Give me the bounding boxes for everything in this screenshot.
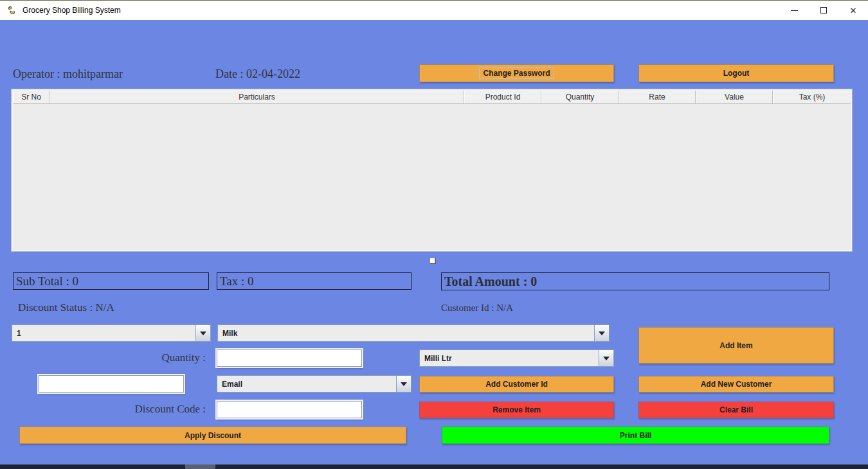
column-header-value[interactable]: Value bbox=[696, 91, 773, 103]
change-password-button[interactable]: Change Password bbox=[419, 64, 614, 82]
column-header-srno[interactable]: Sr No bbox=[13, 91, 50, 103]
sub-total-box: Sub Total : 0 bbox=[13, 272, 209, 290]
total-amount-box: Total Amount : 0 bbox=[441, 272, 829, 290]
product-id-combobox[interactable]: 1 bbox=[12, 324, 211, 342]
unit-combobox[interactable]: Milli Ltr bbox=[419, 350, 614, 367]
product-name-value: Milk bbox=[218, 325, 594, 341]
product-id-value: 1 bbox=[12, 325, 195, 341]
search-by-dropdown-button[interactable] bbox=[396, 376, 411, 392]
column-header-quantity[interactable]: Quantity bbox=[541, 91, 619, 103]
product-id-dropdown-button[interactable] bbox=[195, 325, 210, 341]
resize-handle[interactable] bbox=[429, 258, 435, 263]
add-new-customer-button[interactable]: Add New Customer bbox=[638, 376, 834, 393]
apply-discount-button[interactable]: Apply Discount bbox=[19, 427, 406, 444]
bill-table-header: Sr No Particulars Product Id Quantity Ra… bbox=[13, 91, 851, 104]
add-item-button[interactable]: Add Item bbox=[638, 327, 834, 364]
logout-label: Logout bbox=[723, 69, 750, 78]
clear-bill-label: Clear Bill bbox=[719, 405, 753, 414]
minimize-button[interactable] bbox=[779, 1, 809, 20]
date-label: Date : 02-04-2022 bbox=[215, 67, 300, 81]
minimize-icon bbox=[791, 10, 798, 11]
quantity-label: Quantity : bbox=[116, 351, 206, 364]
maximize-icon bbox=[820, 7, 827, 13]
quantity-input[interactable] bbox=[217, 350, 362, 367]
add-new-customer-label: Add New Customer bbox=[701, 380, 772, 389]
add-customer-id-label: Add Customer Id bbox=[485, 380, 548, 389]
remove-item-label: Remove Item bbox=[493, 405, 541, 414]
chevron-down-icon bbox=[401, 382, 407, 389]
customer-search-input[interactable] bbox=[39, 375, 184, 393]
chevron-down-icon bbox=[603, 357, 610, 364]
product-name-dropdown-button[interactable] bbox=[594, 325, 609, 341]
close-button[interactable]: ✕ bbox=[838, 1, 868, 20]
unit-value: Milli Ltr bbox=[420, 350, 599, 366]
window-title: Grocery Shop Billing System bbox=[23, 6, 121, 15]
change-password-label: Change Password bbox=[479, 67, 554, 79]
print-bill-label: Print Bill bbox=[620, 431, 651, 440]
discount-status-label: Discount Status : N/A bbox=[18, 301, 114, 314]
discount-code-label: Discount Code : bbox=[90, 403, 206, 416]
search-by-value: Email bbox=[217, 376, 396, 392]
bill-table-body bbox=[13, 104, 851, 252]
taskbar-active-app-segment[interactable] bbox=[185, 465, 215, 469]
title-bar: Grocery Shop Billing System ✕ bbox=[0, 1, 868, 20]
add-customer-id-button[interactable]: Add Customer Id bbox=[419, 376, 614, 393]
chevron-down-icon bbox=[599, 332, 605, 339]
chevron-down-icon bbox=[200, 332, 206, 339]
product-name-combobox[interactable]: Milk bbox=[217, 324, 610, 342]
customer-id-label: Customer Id : N/A bbox=[441, 303, 513, 314]
main-panel: Operator : mohitparmar Date : 02-04-2022… bbox=[0, 20, 868, 465]
bill-table[interactable]: Sr No Particulars Product Id Quantity Ra… bbox=[12, 89, 852, 251]
unit-dropdown-button[interactable] bbox=[599, 350, 613, 366]
maximize-button[interactable] bbox=[809, 1, 838, 20]
window-controls: ✕ bbox=[779, 1, 868, 20]
taskbar bbox=[0, 465, 868, 469]
remove-item-button[interactable]: Remove Item bbox=[419, 402, 614, 418]
search-by-combobox[interactable]: Email bbox=[217, 375, 411, 393]
app-window: Grocery Shop Billing System ✕ Operator :… bbox=[0, 0, 868, 469]
column-header-particulars[interactable]: Particulars bbox=[50, 91, 464, 103]
column-header-rate[interactable]: Rate bbox=[619, 91, 696, 103]
discount-code-input[interactable] bbox=[217, 401, 362, 418]
clear-bill-button[interactable]: Clear Bill bbox=[638, 402, 834, 418]
app-icon bbox=[6, 4, 17, 16]
add-item-label: Add Item bbox=[719, 341, 752, 350]
column-header-product-id[interactable]: Product Id bbox=[464, 91, 541, 103]
tax-box: Tax : 0 bbox=[217, 272, 411, 290]
close-icon: ✕ bbox=[850, 6, 857, 15]
print-bill-button[interactable]: Print Bill bbox=[442, 427, 829, 444]
logout-button[interactable]: Logout bbox=[638, 64, 834, 82]
apply-discount-label: Apply Discount bbox=[185, 431, 241, 440]
operator-label: Operator : mohitparmar bbox=[13, 67, 123, 81]
column-header-tax[interactable]: Tax (%) bbox=[773, 91, 851, 103]
